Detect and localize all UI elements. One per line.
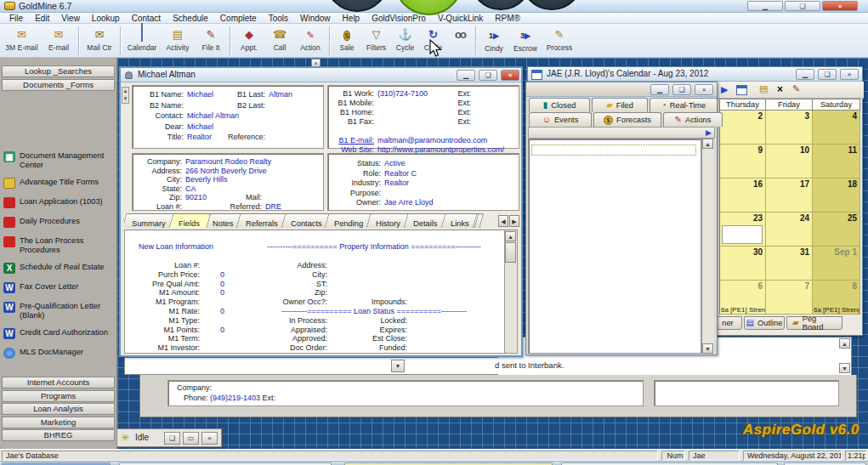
background-scroll-down[interactable]: ▼ (839, 363, 850, 373)
calendar-minimize-button[interactable]: ▁ (796, 69, 814, 80)
activity-list[interactable] (528, 139, 701, 354)
close-button[interactable]: × (822, 1, 858, 11)
activity-tab-actions[interactable]: ✎Actions (663, 112, 723, 127)
calendar-day-cell[interactable]: 3 (766, 111, 813, 145)
sidebar-item-mls-docmanager[interactable]: MLS DocManager (3, 348, 116, 359)
sidebar-item-the-loan-process-procedures[interactable]: The Loan Process Procedures (3, 236, 116, 254)
menu-complete[interactable]: Complete (214, 14, 263, 23)
minimize-button[interactable]: ▁ (747, 1, 783, 11)
activity-close-button[interactable]: × (695, 84, 713, 95)
sidebar-item-schedule-of-real-estate[interactable]: X Schedule of Real Estate (3, 263, 116, 274)
activity-maximize-button[interactable]: ❏ (672, 84, 691, 95)
sidebar-group-marketing[interactable]: Marketing (2, 417, 115, 428)
play-icon[interactable]: ▶ (721, 84, 728, 95)
toolbar-file-it-button[interactable]: ✎ File It (195, 26, 227, 56)
calendar-day-cell[interactable]: 9 (720, 145, 766, 179)
contact-close-button[interactable]: × (501, 70, 519, 81)
calendar-day-cell[interactable]: 10 (766, 145, 813, 179)
sidebar-item-loan-application-1003-[interactable]: Loan Application (1003) (3, 197, 116, 208)
menu-v-quicklink[interactable]: V-QuickLink (432, 14, 489, 23)
calendar-view-tab-ner[interactable]: ner (713, 316, 742, 330)
toolbar-mail-center-button[interactable]: ✉ Mail Ctr (82, 26, 117, 56)
calendar-day-cell[interactable]: Sep 1 (813, 247, 860, 281)
menu-rpm-[interactable]: RPM® (489, 14, 526, 23)
calendar-close-button[interactable]: × (840, 69, 859, 80)
header-arrow-icon[interactable]: ▶ (706, 128, 712, 137)
calendar-day-cell[interactable]: 11 (813, 145, 860, 179)
toolbar-appointment-button[interactable]: ◆ Appt. (233, 26, 265, 56)
schedule-list-icon[interactable]: ▤ (759, 83, 768, 94)
toolbar-cycle-anchor-button[interactable]: ⚓ Cycle (391, 26, 419, 56)
tabs-scroll-left[interactable]: ◀ (498, 215, 508, 227)
toolbar-filters-button[interactable]: ▽ Filters (361, 26, 391, 56)
toolbar-one-arrow-button[interactable]: 1▶ Cindy (479, 26, 509, 56)
activity-tab-events[interactable]: ☺Events (529, 112, 592, 127)
sidebar-item-daily-procedures[interactable]: Daily Procedures (3, 217, 116, 228)
restore-button[interactable]: ❏ (785, 1, 820, 11)
toolbar-activity-button[interactable]: ▤ Activity (161, 26, 195, 56)
menu-schedule[interactable]: Schedule (167, 14, 214, 23)
menu-window[interactable]: Window (294, 14, 337, 23)
activity-tab-closed[interactable]: ▮Closed (529, 98, 590, 112)
sidebar-item-pre-qualification-letter-blank-[interactable]: W Pre-Qualification Letter (Blank) (3, 302, 116, 320)
menu-file[interactable]: File (3, 14, 29, 23)
toolbar-call-button[interactable]: ☎ Call (265, 26, 294, 56)
activity-tab-forecasts[interactable]: $Forecasts (593, 112, 661, 127)
selected-day-box[interactable] (722, 225, 763, 244)
calendar-view-tab-outline[interactable]: ▤Outline (744, 316, 785, 330)
sidebar-group-programs[interactable]: Programs (2, 390, 115, 402)
toolbar-mail-3m-button[interactable]: ✉ 3M E-mail (2, 26, 42, 56)
field-view-dropdown[interactable]: ▼ (391, 360, 405, 372)
calendar-event[interactable]: 6a [PE1] Streng (814, 306, 859, 314)
calendar-day-cell[interactable]: 30 (720, 247, 766, 281)
idle-minimize-button[interactable]: ▭ (183, 432, 199, 445)
activity-scrollbar[interactable]: ▲ ▼ (701, 139, 714, 354)
sidebar-item-document-management-center[interactable]: ▦ Document Management Center (3, 151, 116, 169)
sidebar-item-credit-card-authorization[interactable]: W Credit Card Authorization (3, 328, 116, 339)
sidebar-group-internet-accounts[interactable]: Internet Accounts (2, 377, 115, 388)
contact-maximize-button[interactable]: ❏ (479, 70, 497, 81)
edit-icon[interactable]: ✎ (792, 83, 800, 94)
record-spinner[interactable]: ▲▼ (122, 87, 129, 104)
field-label[interactable]: B1 E-mail: (330, 136, 374, 145)
toolbar-find-button[interactable]: oo (447, 26, 473, 56)
menu-edit[interactable]: Edit (29, 14, 55, 23)
toolbar-mail-button[interactable]: ✉ E-mail (42, 26, 76, 56)
fields-scrollbar[interactable]: ▲ (504, 230, 517, 353)
sidebar-group-lookup-searches[interactable]: Lookup _Searches (2, 65, 115, 77)
menu-help[interactable]: Help (337, 14, 366, 23)
calendar-maximize-button[interactable]: ❏ (818, 69, 837, 80)
calendar-day-cell[interactable]: 18 (813, 179, 860, 213)
activity-minimize-button[interactable]: ▁ (650, 84, 669, 95)
tabs-scroll-right[interactable]: ▶ (509, 215, 519, 227)
calendar-day-cell[interactable]: 4 (813, 111, 860, 145)
calendar-day-cell[interactable]: 31 (766, 247, 813, 281)
menu-view[interactable]: View (55, 14, 86, 23)
calendar-day-cell[interactable]: 16 (720, 179, 766, 213)
calendar-day-cell[interactable]: 7 (766, 281, 813, 315)
toolbar-process-button[interactable]: ✎ Process (542, 26, 577, 56)
sidebar-group-loan-analysis[interactable]: Loan Analysis (2, 403, 115, 415)
toolbar-sale-button[interactable]: $ Sale (332, 26, 361, 56)
background-scroll-up[interactable]: ▲ (839, 338, 850, 349)
calendar-day-cell[interactable]: 25 (813, 213, 860, 247)
goto-date-icon[interactable] (736, 85, 747, 95)
delete-icon[interactable]: × (777, 83, 783, 95)
toolbar-action-button[interactable]: ✎ Action (294, 26, 326, 56)
calendar-day-cell[interactable]: 24 (766, 213, 813, 247)
activity-empty-row[interactable] (531, 145, 696, 156)
sidebar-group-bhreg[interactable]: BHREG (2, 429, 115, 441)
activity-tab-filed[interactable]: ▰Filed (592, 98, 648, 112)
calendar-view-tab-peg-board[interactable]: ▰Peg Board (786, 316, 842, 330)
activity-tab-real-time[interactable]: ◔Real-Time (650, 98, 718, 112)
menu-tools[interactable]: Tools (263, 14, 294, 23)
idle-close-button[interactable]: × (201, 432, 218, 445)
toolbar-three-arrow-button[interactable]: 3▶ Escrow (509, 26, 542, 56)
calendar-day-cell[interactable]: 17 (766, 179, 813, 213)
menu-contact[interactable]: Contact (126, 14, 167, 23)
menu-lookup[interactable]: Lookup (86, 14, 126, 23)
toolbar-calendar-button[interactable]: Calendar (123, 26, 161, 56)
sidebar-group-documents-forms[interactable]: Documents _Forms (2, 79, 115, 91)
calendar-event[interactable]: 6a [PE1] Streng (721, 306, 765, 314)
idle-cascade-button[interactable]: ❏ (164, 432, 180, 445)
